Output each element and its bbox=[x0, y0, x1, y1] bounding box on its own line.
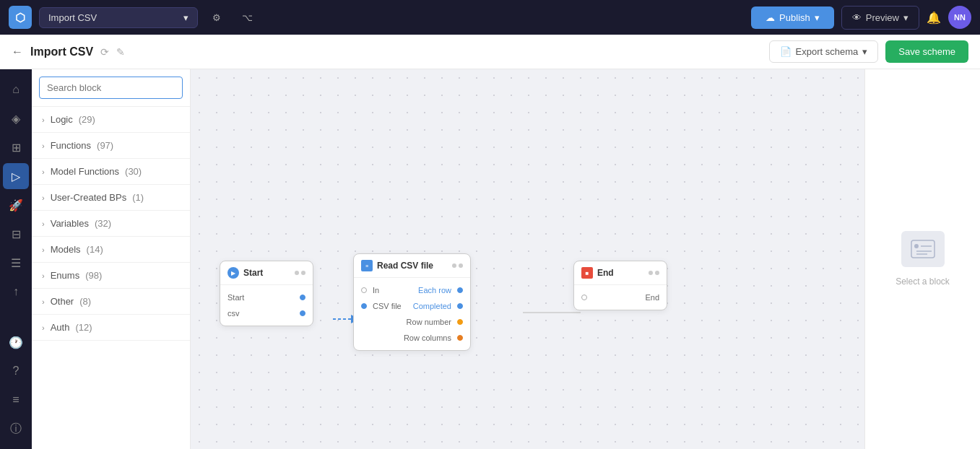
end-icon: ■ bbox=[581, 267, 593, 279]
csv-in-label: In bbox=[373, 286, 379, 295]
sidebar-home-icon[interactable]: ⌂ bbox=[3, 77, 29, 103]
category-item[interactable]: › Variables (32) bbox=[32, 211, 190, 237]
end-label: End bbox=[645, 293, 659, 302]
search-block-container bbox=[32, 69, 190, 107]
svg-point-3 bbox=[914, 244, 919, 248]
csv-row-number-label: Row number bbox=[407, 318, 451, 326]
edit-icon[interactable]: ✎ bbox=[116, 46, 125, 58]
sidebar-upload-icon[interactable]: ↑ bbox=[3, 279, 29, 305]
csv-row-file: CSV file Completed bbox=[354, 298, 470, 314]
start-icon: ▶ bbox=[227, 267, 239, 279]
sidebar-grid-icon[interactable]: ⊞ bbox=[3, 134, 29, 160]
end-row: End bbox=[574, 289, 667, 305]
sidebar-rocket-icon[interactable]: 🚀 bbox=[3, 192, 29, 218]
category-item[interactable]: › Logic (29) bbox=[32, 107, 190, 133]
category-count: (32) bbox=[95, 218, 111, 229]
app-logo[interactable]: ⬡ bbox=[9, 6, 32, 29]
project-name: Import CSV bbox=[48, 12, 97, 23]
category-name: Auth bbox=[51, 322, 70, 333]
block-panel: › Logic (29) › Functions (97) › Model Fu… bbox=[32, 69, 191, 449]
sidebar-page-icon[interactable]: ☰ bbox=[3, 250, 29, 276]
category-chevron-icon: › bbox=[42, 141, 45, 150]
category-item[interactable]: › Enums (98) bbox=[32, 263, 190, 289]
sidebar-table-icon[interactable]: ⊟ bbox=[3, 221, 29, 247]
category-chevron-icon: › bbox=[42, 271, 45, 280]
category-name: Logic bbox=[51, 114, 73, 125]
export-schema-button[interactable]: 📄 Export schema ▾ bbox=[769, 40, 879, 63]
csv-row-in: In Each row bbox=[354, 282, 470, 298]
category-count: (30) bbox=[125, 166, 142, 177]
settings-icon[interactable]: ⚙ bbox=[205, 6, 228, 29]
csv-icon: ≡ bbox=[361, 260, 373, 271]
select-block-label: Select a block bbox=[896, 276, 950, 288]
csv-node-title: Read CSV file bbox=[377, 261, 448, 271]
placeholder-svg bbox=[910, 239, 936, 259]
start-output-label: Start bbox=[227, 293, 244, 302]
avatar[interactable]: NN bbox=[948, 6, 971, 29]
preview-button[interactable]: 👁 Preview ▾ bbox=[841, 6, 919, 30]
category-item[interactable]: › Other (8) bbox=[32, 289, 190, 315]
category-chevron-icon: › bbox=[42, 323, 45, 332]
sidebar-flow-icon[interactable]: ▷ bbox=[3, 163, 29, 189]
categories-list: › Logic (29) › Functions (97) › Model Fu… bbox=[32, 107, 190, 341]
project-selector[interactable]: Import CSV ▾ bbox=[39, 7, 198, 28]
back-button[interactable]: ← bbox=[12, 45, 23, 58]
end-in-port bbox=[581, 295, 587, 300]
select-block-placeholder: Select a block bbox=[896, 231, 950, 288]
notifications-icon[interactable]: 🔔 bbox=[927, 11, 941, 25]
dropdown-arrow-icon: ▾ bbox=[183, 12, 188, 23]
category-chevron-icon: › bbox=[42, 167, 45, 176]
publish-button[interactable]: ☁ Publish ▾ bbox=[751, 6, 834, 29]
save-scheme-button[interactable]: Save scheme bbox=[885, 40, 968, 63]
start-node-controls bbox=[295, 271, 305, 275]
sidebar-icons: ⌂ ◈ ⊞ ▷ 🚀 ⊟ ☰ ↑ 🕐 ? ≡ ⓘ bbox=[0, 69, 32, 449]
category-count: (97) bbox=[97, 140, 113, 151]
csv-file-port bbox=[361, 303, 367, 309]
category-count: (98) bbox=[85, 270, 102, 281]
csv-row-columns-label: Row columns bbox=[404, 334, 451, 342]
category-count: (8) bbox=[79, 296, 91, 307]
sidebar-info-icon[interactable]: ⓘ bbox=[3, 416, 29, 442]
category-name: Models bbox=[51, 244, 81, 255]
eye-icon: 👁 bbox=[852, 12, 862, 23]
category-item[interactable]: › Auth (12) bbox=[32, 315, 190, 341]
category-item[interactable]: › Functions (97) bbox=[32, 133, 190, 159]
csv-node[interactable]: ≡ Read CSV file In Each row CSV file bbox=[353, 253, 471, 351]
start-csv-row: csv bbox=[220, 305, 313, 321]
start-node[interactable]: ▶ Start Start csv bbox=[220, 261, 313, 326]
category-chevron-icon: › bbox=[42, 193, 45, 202]
csv-completed-label: Completed bbox=[413, 302, 451, 310]
sidebar-cube-icon[interactable]: ◈ bbox=[3, 105, 29, 131]
category-item[interactable]: › Models (14) bbox=[32, 237, 190, 263]
toolbar: ← Import CSV ⟳ ✎ 📄 Export schema ▾ Save … bbox=[0, 35, 980, 69]
page-title: Import CSV bbox=[30, 45, 93, 58]
csv-completed-port bbox=[457, 303, 463, 309]
sidebar-clock-icon[interactable]: 🕐 bbox=[3, 329, 29, 355]
sidebar-notes-icon[interactable]: ≡ bbox=[3, 387, 29, 413]
end-node-body: End bbox=[574, 285, 667, 310]
canvas[interactable]: ▶ Start Start csv ≡ Read bbox=[191, 69, 864, 449]
export-dropdown-icon: ▾ bbox=[862, 46, 867, 57]
connection-lines bbox=[191, 69, 864, 449]
sidebar-help-icon[interactable]: ? bbox=[3, 358, 29, 384]
start-csv-port bbox=[300, 310, 305, 316]
start-node-header: ▶ Start bbox=[220, 261, 313, 285]
category-chevron-icon: › bbox=[42, 219, 45, 228]
csv-row-number: Row number bbox=[354, 314, 470, 330]
csv-row-number-port bbox=[457, 319, 463, 325]
end-node[interactable]: ■ End End bbox=[573, 261, 667, 310]
csv-file-label: CSV file bbox=[373, 302, 402, 310]
document-icon: 📄 bbox=[780, 46, 792, 57]
search-block-input[interactable] bbox=[39, 77, 183, 99]
rename-icon[interactable]: ⟳ bbox=[100, 46, 109, 58]
publish-dropdown-icon: ▾ bbox=[815, 12, 820, 23]
csv-node-controls bbox=[452, 263, 463, 268]
share-icon[interactable]: ⌥ bbox=[235, 6, 259, 29]
category-name: Model Functions bbox=[51, 166, 119, 177]
category-item[interactable]: › Model Functions (30) bbox=[32, 159, 190, 185]
start-node-title: Start bbox=[243, 268, 290, 278]
category-name: Enums bbox=[51, 270, 79, 281]
category-item[interactable]: › User-Created BPs (1) bbox=[32, 185, 190, 211]
cloud-icon: ☁ bbox=[766, 12, 775, 23]
placeholder-icon bbox=[901, 231, 945, 267]
